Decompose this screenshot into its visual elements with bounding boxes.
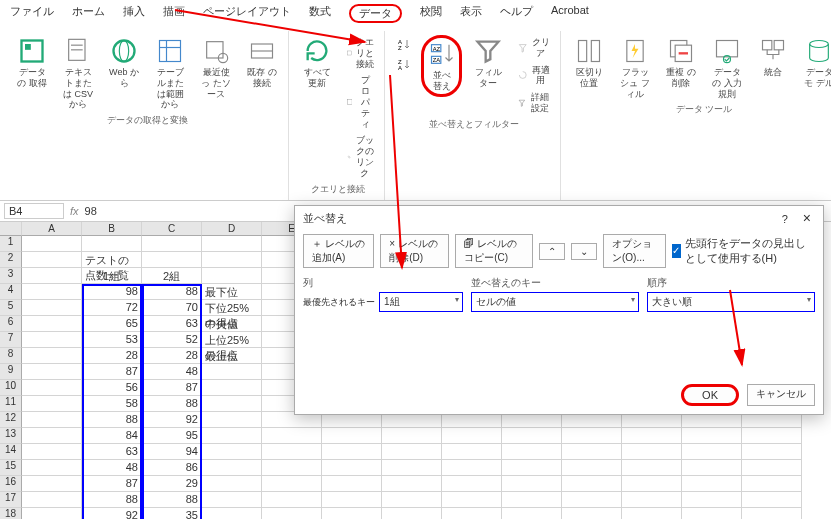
cell[interactable] (22, 332, 82, 348)
cell[interactable]: 84 (82, 428, 142, 444)
cell[interactable] (22, 300, 82, 316)
cell[interactable] (742, 428, 802, 444)
cell[interactable]: 28 (82, 348, 142, 364)
sort-desc-button[interactable]: ZA (393, 55, 415, 73)
menu-formula[interactable]: 数式 (309, 4, 331, 23)
cell[interactable]: 29 (142, 476, 202, 492)
cell[interactable] (442, 508, 502, 519)
cell[interactable] (22, 364, 82, 380)
cell[interactable] (142, 252, 202, 268)
cell[interactable]: 中央値 (202, 316, 262, 332)
refresh-all-button[interactable]: すべて 更新 (297, 35, 337, 91)
cell[interactable] (22, 460, 82, 476)
cell[interactable] (622, 508, 682, 519)
cell[interactable] (682, 428, 742, 444)
queries-button[interactable]: クエリと接続 (343, 35, 378, 71)
header-checkbox[interactable]: ✓ (672, 244, 681, 258)
cell[interactable]: 72 (82, 300, 142, 316)
cell[interactable]: 56 (82, 380, 142, 396)
name-box[interactable]: B4 (4, 203, 64, 219)
consolidate-button[interactable]: 統合 (753, 35, 793, 80)
cell[interactable]: 87 (82, 364, 142, 380)
cell[interactable] (742, 444, 802, 460)
cell[interactable] (622, 428, 682, 444)
cell[interactable] (442, 444, 502, 460)
sort-order-select[interactable]: 大きい順 (647, 292, 815, 312)
cell[interactable] (262, 476, 322, 492)
cell[interactable]: 63 (142, 316, 202, 332)
cell[interactable] (502, 508, 562, 519)
cell[interactable] (562, 428, 622, 444)
cell[interactable] (502, 444, 562, 460)
move-up-button[interactable]: ⌃ (539, 243, 565, 260)
cell[interactable] (22, 508, 82, 519)
cell[interactable] (22, 380, 82, 396)
cell[interactable]: 92 (142, 412, 202, 428)
cell[interactable] (322, 476, 382, 492)
cell[interactable]: 95 (142, 428, 202, 444)
menu-help[interactable]: ヘルプ (500, 4, 533, 23)
cell[interactable] (622, 460, 682, 476)
cell[interactable]: 35 (142, 508, 202, 519)
existing-conn-button[interactable]: 既存 の接続 (242, 35, 282, 91)
cell[interactable]: 65 (82, 316, 142, 332)
cell[interactable] (742, 508, 802, 519)
cell[interactable] (322, 492, 382, 508)
cell[interactable] (142, 236, 202, 252)
cancel-button[interactable]: キャンセル (747, 384, 815, 406)
cell[interactable] (502, 460, 562, 476)
cell[interactable] (682, 476, 742, 492)
menu-view[interactable]: 表示 (460, 4, 482, 23)
cell[interactable] (22, 428, 82, 444)
cell[interactable] (22, 444, 82, 460)
cell[interactable]: 最上位 (202, 348, 262, 364)
formula-input[interactable]: 98 (85, 205, 97, 217)
cell[interactable]: 88 (142, 492, 202, 508)
menu-insert[interactable]: 挿入 (123, 4, 145, 23)
cell[interactable] (442, 428, 502, 444)
cell[interactable]: 88 (142, 396, 202, 412)
cell[interactable] (202, 492, 262, 508)
cell[interactable] (202, 476, 262, 492)
cell[interactable] (202, 428, 262, 444)
delete-level-button[interactable]: × レベルの削除(D) (380, 234, 449, 268)
recent-sources-button[interactable]: 最近使っ たソース (196, 35, 236, 101)
cell[interactable]: 94 (142, 444, 202, 460)
cell[interactable] (22, 396, 82, 412)
cell[interactable] (202, 508, 262, 519)
sort-dialog-button[interactable]: AZZA並べ替え (421, 35, 462, 97)
cell[interactable] (502, 428, 562, 444)
sort-asc-button[interactable]: AZ (393, 35, 415, 53)
cell[interactable] (22, 412, 82, 428)
cell[interactable] (322, 460, 382, 476)
cell[interactable]: 28 (142, 348, 202, 364)
cell[interactable] (622, 444, 682, 460)
cell[interactable]: 88 (82, 412, 142, 428)
cell[interactable] (562, 444, 622, 460)
cell[interactable] (682, 508, 742, 519)
workbook-links-button[interactable]: ブックのリンク (343, 133, 378, 180)
cell[interactable] (22, 252, 82, 268)
cell[interactable] (382, 444, 442, 460)
cell[interactable] (22, 236, 82, 252)
cell[interactable] (502, 476, 562, 492)
cell[interactable]: 58 (82, 396, 142, 412)
cell[interactable]: 86 (142, 460, 202, 476)
advanced-button[interactable]: 詳細設定 (514, 90, 554, 116)
cell[interactable] (742, 492, 802, 508)
cell[interactable]: 98 (82, 284, 142, 300)
data-model-button[interactable]: データ モ デル (799, 35, 831, 91)
cell[interactable] (262, 460, 322, 476)
cell[interactable]: 70 (142, 300, 202, 316)
cell[interactable] (562, 508, 622, 519)
cell[interactable] (202, 268, 262, 284)
data-validation-button[interactable]: データの 入力規則 (707, 35, 747, 101)
cell[interactable] (682, 444, 742, 460)
cell[interactable] (442, 460, 502, 476)
sort-column-select[interactable]: 1組 (379, 292, 463, 312)
cell[interactable]: 最下位 (202, 284, 262, 300)
cell[interactable]: 88 (82, 492, 142, 508)
cell[interactable]: 53 (82, 332, 142, 348)
cell[interactable] (202, 380, 262, 396)
cell[interactable] (682, 492, 742, 508)
